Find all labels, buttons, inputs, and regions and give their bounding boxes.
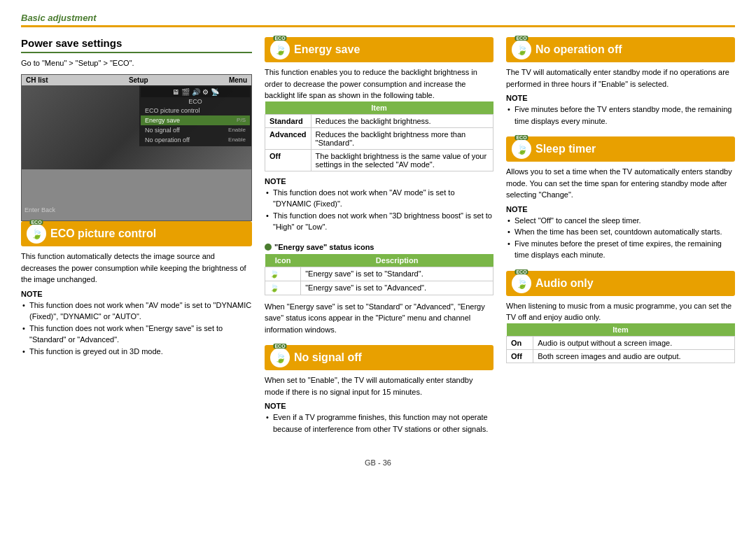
menu-label: Menu — [229, 76, 247, 84]
sleep-timer-title: Sleep timer — [536, 143, 596, 155]
leaf-icon: 🍃 — [516, 278, 528, 289]
sleep-timer-icon: ECO 🍃 — [512, 139, 531, 159]
audio-only-table-header: Item — [507, 323, 735, 337]
sleep-timer-body: Allows you to set a time when the TV aut… — [506, 166, 735, 201]
eco-picture-control-body: This function automatically detects the … — [21, 251, 252, 286]
audio-only-header: ECO 🍃 Audio only — [506, 271, 735, 296]
energy-save-title: Energy save — [294, 43, 360, 56]
ch-list-label: CH list — [26, 76, 48, 84]
note-item: Five minutes before the preset of time e… — [506, 238, 735, 261]
note-item: This function does not work when "AV mod… — [21, 300, 252, 323]
eco-picture-control-header: ECO 🍃 ECO picture control — [21, 221, 252, 246]
table-row: 🍃 "Energy save" is set to "Advanced". — [265, 281, 493, 295]
middle-column: ECO 🍃 Energy save This function enables … — [265, 37, 493, 444]
audio-only-icon: ECO 🍃 — [512, 274, 531, 293]
table-row: Off Both screen images and audio are out… — [507, 349, 735, 363]
no-signal-off-body: When set to "Enable", the TV will automa… — [265, 374, 493, 398]
status-icons-body: When "Energy save" is set to "Standard" … — [265, 301, 493, 336]
note-item: This function does not work when "Energy… — [21, 323, 252, 346]
audio-only-section: ECO 🍃 Audio only When listening to music… — [506, 271, 735, 363]
eco-picture-control-title: ECO picture control — [50, 227, 156, 240]
no-signal-off-icon: ECO 🍃 — [270, 348, 290, 367]
icon-col-header: Icon — [265, 254, 301, 267]
left-column: Power save settings Go to "Menu" > "Setu… — [21, 37, 252, 444]
note-item: This function does not work when "3D bri… — [265, 210, 493, 233]
right-column: ECO 🍃 No operation off The TV will autom… — [506, 37, 735, 444]
tv-menu-screenshot: CH list Setup Menu 🖥🎬🔊⚙📡 ECO ECO picture… — [21, 74, 252, 221]
leaf-icon: 🍃 — [516, 44, 528, 55]
no-operation-off-body: The TV will automatically enter standby … — [506, 66, 735, 90]
leaf-icon: 🍃 — [274, 352, 286, 363]
energy-save-item: Energy save P/S — [141, 115, 250, 125]
table-row: Off The backlight brightness is the same… — [265, 149, 493, 171]
no-signal-off-notes: Even if a TV programme finishes, this fu… — [265, 412, 493, 435]
no-signal-off-item: No signal off Enable — [141, 125, 250, 135]
power-save-title: Power save settings — [21, 37, 252, 53]
note-item: Select "Off" to cancel the sleep timer. — [506, 215, 735, 227]
no-signal-off-note-label: NOTE — [265, 402, 493, 410]
energy-save-table-header: Item — [265, 101, 493, 115]
sleep-timer-section: ECO 🍃 Sleep timer Allows you to set a ti… — [506, 136, 735, 261]
table-row: Standard Reduces the backlight brightnes… — [265, 114, 493, 127]
energy-save-table: Item Standard Reduces the backlight brig… — [265, 101, 493, 171]
audio-only-table: Item On Audio is output without a screen… — [506, 323, 735, 363]
status-section-title: "Energy save" status icons — [265, 243, 493, 251]
energy-save-notes: This function does not work when "AV mod… — [265, 187, 493, 233]
energy-save-section: ECO 🍃 Energy save This function enables … — [265, 37, 493, 233]
eco-picture-control-notes: This function does not work when "AV mod… — [21, 300, 252, 358]
table-row: Advanced Reduces the backlight brightnes… — [265, 127, 493, 149]
no-operation-off-notes: Five minutes before the TV enters standb… — [506, 104, 735, 127]
leaf-icon: 🍃 — [516, 143, 528, 155]
no-operation-off-header: ECO 🍃 No operation off — [506, 37, 735, 62]
no-operation-off-note-label: NOTE — [506, 94, 735, 102]
eco-icon: ECO 🍃 — [27, 224, 46, 244]
go-to-text: Go to "Menu" > "Setup" > "ECO". — [21, 59, 252, 67]
eco-menu-label: ECO — [141, 97, 250, 106]
no-operation-off-title: No operation off — [536, 43, 622, 56]
energy-save-note-label: NOTE — [265, 177, 493, 185]
eco-picture-control-section: ECO 🍃 ECO picture control This function … — [21, 221, 252, 357]
note-item: Five minutes before the TV enters standb… — [506, 104, 735, 127]
table-row: 🍃 "Energy save" is set to "Standard". — [265, 267, 493, 281]
note-item: Even if a TV programme finishes, this fu… — [265, 412, 493, 435]
note-item: This function is greyed out in 3D mode. — [21, 346, 252, 358]
leaf-icon: 🍃 — [31, 228, 43, 239]
energy-save-header: ECO 🍃 Energy save — [265, 37, 493, 62]
basic-adjustment-label: Basic adjustment — [21, 13, 735, 27]
page-footer: GB - 36 — [21, 458, 735, 467]
no-signal-off-title: No signal off — [294, 351, 362, 364]
eco-picture-control-item: ECO picture control — [141, 106, 250, 115]
back-label: Back — [41, 206, 55, 213]
energy-save-icon: ECO 🍃 — [270, 40, 290, 59]
setup-label: Setup — [129, 76, 148, 84]
sleep-timer-note-label: NOTE — [506, 205, 735, 213]
no-operation-off-section: ECO 🍃 No operation off The TV will autom… — [506, 37, 735, 127]
leaf-icon: 🍃 — [274, 44, 286, 55]
eco-picture-control-note-label: NOTE — [21, 290, 252, 298]
sleep-timer-notes: Select "Off" to cancel the sleep timer. … — [506, 215, 735, 261]
audio-only-title: Audio only — [536, 277, 594, 290]
audio-only-body: When listening to music from a music pro… — [506, 300, 735, 323]
sleep-timer-header: ECO 🍃 Sleep timer — [506, 136, 735, 162]
no-signal-off-header: ECO 🍃 No signal off — [265, 345, 493, 370]
desc-col-header: Description — [301, 254, 493, 267]
table-row: On Audio is output without a screen imag… — [507, 336, 735, 349]
energy-save-body: This function enables you to reduce the … — [265, 66, 493, 101]
no-operation-off-icon: ECO 🍃 — [512, 40, 531, 59]
status-icons-section: "Energy save" status icons Icon Descript… — [265, 243, 493, 336]
no-signal-off-section: ECO 🍃 No signal off When set to "Enable"… — [265, 345, 493, 435]
green-dot-icon — [265, 244, 272, 251]
status-icons-table: Icon Description 🍃 "Energy save" is set … — [265, 254, 493, 295]
enter-label: Enter — [24, 206, 40, 213]
note-item: When the time has been set, countdown au… — [506, 226, 735, 238]
note-item: This function does not work when "AV mod… — [265, 187, 493, 210]
no-operation-off-item: No operation off Enable — [141, 135, 250, 145]
